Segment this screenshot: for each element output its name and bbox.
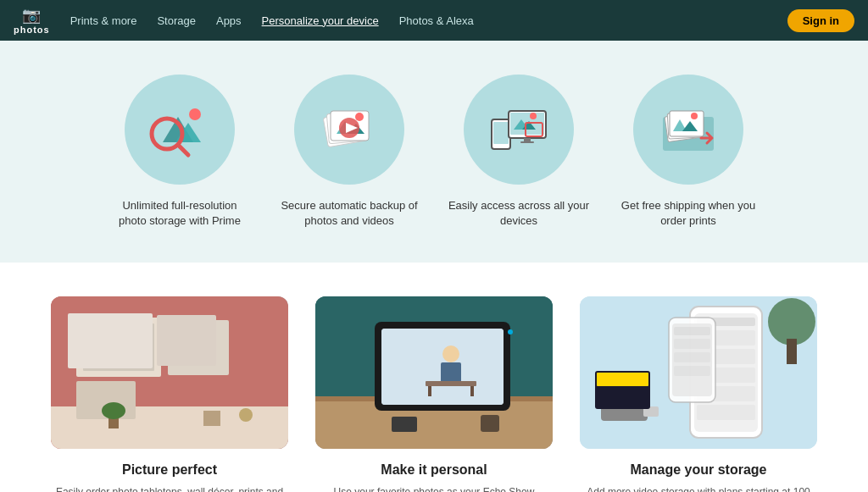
svg-rect-49 xyxy=(428,386,431,396)
picture-perfect-desc: Easily order photo tabletops, wall décor… xyxy=(51,484,288,492)
svg-point-46 xyxy=(442,346,459,362)
nav-photos-alexa[interactable]: Photos & Alexa xyxy=(399,14,474,27)
svg-rect-53 xyxy=(481,415,499,432)
features-section: Unlimited full-resolution photo storage … xyxy=(0,41,868,263)
easy-access-icon xyxy=(464,75,574,185)
nav-storage[interactable]: Storage xyxy=(157,14,196,27)
make-personal-desc: Use your favorite photos as your Echo Sh… xyxy=(315,484,553,492)
secure-backup-text: Secure automatic backup of photos and vi… xyxy=(278,198,420,229)
manage-storage-title: Manage your storage xyxy=(631,462,767,478)
svg-point-37 xyxy=(102,402,125,419)
sign-in-button[interactable]: Sign in xyxy=(787,9,854,32)
card-picture-perfect: Picture perfect Easily order photo table… xyxy=(51,296,288,492)
manage-storage-desc: Add more video storage with plans starti… xyxy=(580,484,817,492)
free-shipping-text: Get free shipping when you order prints xyxy=(617,198,760,229)
svg-point-51 xyxy=(508,329,513,334)
svg-rect-22 xyxy=(520,141,534,143)
svg-point-19 xyxy=(530,113,537,119)
feature-secure-backup: Secure automatic backup of photos and vi… xyxy=(264,75,434,229)
make-personal-title: Make it personal xyxy=(381,462,487,478)
svg-rect-52 xyxy=(392,417,417,432)
card-make-personal: Make it personal Use your favorite photo… xyxy=(315,296,553,492)
logo[interactable]: 📷 photos xyxy=(14,6,50,35)
free-shipping-icon xyxy=(633,75,743,185)
manage-storage-image xyxy=(580,296,817,449)
nav-prints[interactable]: Prints & more xyxy=(70,14,137,27)
svg-rect-68 xyxy=(697,405,755,420)
navigation: 📷 photos Prints & more Storage Apps Pers… xyxy=(0,0,868,41)
easy-access-text: Easily access across all your devices xyxy=(448,198,590,229)
secure-backup-icon xyxy=(294,75,404,185)
picture-perfect-title: Picture perfect xyxy=(122,462,217,478)
svg-rect-72 xyxy=(674,339,710,349)
picture-perfect-image xyxy=(51,296,288,449)
feature-unlimited-storage: Unlimited full-resolution photo storage … xyxy=(95,75,264,229)
nav-links: Prints & more Storage Apps Personalize y… xyxy=(70,14,787,27)
svg-rect-60 xyxy=(597,373,648,386)
unlimited-storage-text: Unlimited full-resolution photo storage … xyxy=(108,198,251,229)
svg-rect-32 xyxy=(76,318,161,377)
svg-rect-48 xyxy=(426,381,476,386)
svg-rect-33 xyxy=(83,323,154,371)
svg-point-39 xyxy=(239,408,253,422)
feature-free-shipping: Get free shipping when you order prints xyxy=(604,75,773,229)
svg-rect-14 xyxy=(493,122,509,144)
svg-rect-38 xyxy=(203,411,220,426)
unlimited-storage-icon xyxy=(125,75,235,185)
feature-easy-access: Easily access across all your devices xyxy=(434,75,604,229)
logo-camera-icon: 📷 xyxy=(22,6,41,25)
svg-point-29 xyxy=(691,113,698,119)
svg-point-2 xyxy=(189,108,201,120)
svg-point-55 xyxy=(768,298,815,346)
svg-rect-35 xyxy=(168,320,229,375)
make-personal-image xyxy=(315,296,553,449)
svg-rect-47 xyxy=(441,362,461,384)
cards-section: Picture perfect Easily order photo table… xyxy=(0,263,868,492)
card-manage-storage: Manage your storage Add more video stora… xyxy=(580,296,817,492)
svg-line-4 xyxy=(178,145,188,155)
svg-rect-50 xyxy=(470,386,474,396)
svg-rect-74 xyxy=(674,366,710,376)
logo-text: photos xyxy=(14,25,50,35)
nav-personalize[interactable]: Personalize your device xyxy=(262,14,379,27)
nav-apps[interactable]: Apps xyxy=(216,14,242,27)
svg-point-10 xyxy=(355,113,364,121)
svg-rect-56 xyxy=(787,339,797,364)
svg-rect-73 xyxy=(674,352,710,362)
svg-rect-26 xyxy=(670,111,704,136)
svg-rect-71 xyxy=(674,327,710,335)
